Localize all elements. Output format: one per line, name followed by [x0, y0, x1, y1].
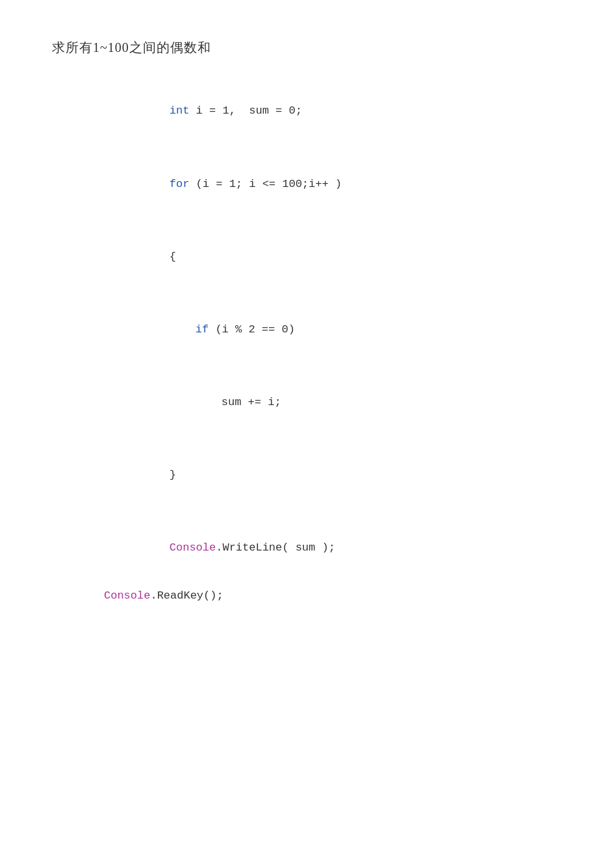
title: 求所有1~100之间的偶数和 — [52, 39, 562, 56]
code-block: int i = 1, sum = 0; for (i = 1; i <= 100… — [143, 75, 562, 584]
dot-readkey: . — [150, 589, 157, 602]
code-line-4: if (i % 2 == 0) — [169, 293, 562, 366]
code-line-4-rest: (i % 2 == 0) — [209, 323, 295, 336]
method-readkey: ReadKey — [157, 589, 203, 602]
code-line-1: int i = 1, sum = 0; — [143, 75, 562, 147]
code-line-6: } — [143, 439, 562, 512]
code-line-2-rest: (i = 1; i <= 100;i++ ) — [189, 178, 342, 190]
code-line-3: { — [143, 220, 562, 293]
keyword-if: if — [196, 323, 209, 336]
open-brace: { — [170, 251, 176, 263]
writeline-rest: ( sum ); — [282, 541, 335, 554]
method-writeline: WriteLine — [222, 541, 282, 554]
keyword-for: for — [170, 178, 190, 190]
sum-statement: sum += i; — [222, 396, 281, 408]
keyword-int: int — [170, 105, 190, 117]
code-line-2: for (i = 1; i <= 100;i++ ) — [143, 147, 562, 220]
code-line-8: Console.ReadKey(); — [104, 589, 562, 602]
close-brace: } — [170, 469, 176, 481]
code-line-5: sum += i; — [195, 366, 562, 439]
code-line-1-rest: i = 1, sum = 0; — [189, 105, 301, 117]
console-writeline: Console — [170, 541, 216, 554]
dot-writeline: . — [216, 541, 222, 554]
readkey-rest: (); — [203, 589, 224, 602]
code-line-7: Console.WriteLine( sum ); — [143, 512, 562, 584]
console-readkey: Console — [104, 589, 150, 602]
